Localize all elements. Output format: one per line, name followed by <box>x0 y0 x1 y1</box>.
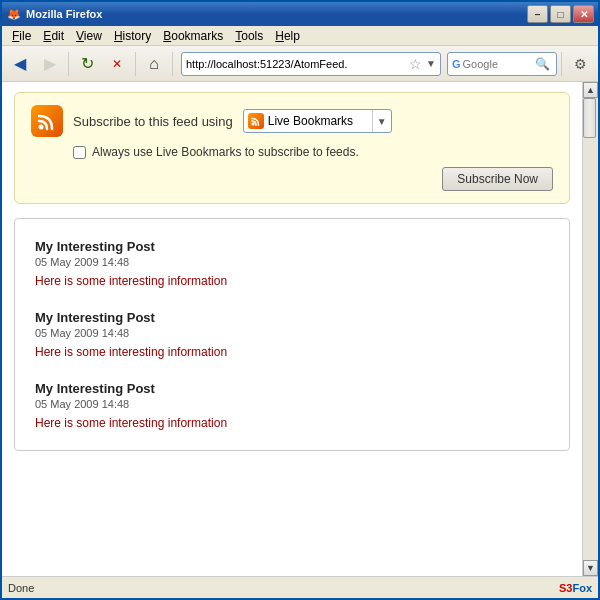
menu-view[interactable]: View <box>70 27 108 45</box>
search-bar: G 🔍 <box>447 52 557 76</box>
subscribe-top-row: Subscribe to this feed using Live Bookma… <box>31 105 553 137</box>
feed-box: My Interesting Post 05 May 2009 14:48 He… <box>14 218 570 451</box>
scrollbar: ▲ ▼ <box>582 82 598 576</box>
brand-badge: S3Fox <box>559 582 592 594</box>
always-use-checkbox[interactable] <box>73 146 86 159</box>
toolbar-separator-1 <box>68 52 69 76</box>
close-button[interactable]: ✕ <box>573 5 594 23</box>
browser-window: 🦊 Mozilla Firefox – □ ✕ File Edit View H… <box>0 0 600 600</box>
window-title: Mozilla Firefox <box>26 8 527 20</box>
dropdown-arrow-icon[interactable]: ▼ <box>426 58 436 69</box>
subscribe-label: Subscribe to this feed using <box>73 114 233 129</box>
title-bar: 🦊 Mozilla Firefox – □ ✕ <box>2 2 598 26</box>
menu-help[interactable]: Help <box>269 27 306 45</box>
feed-title-1: My Interesting Post <box>35 239 549 254</box>
google-logo: G <box>452 58 461 70</box>
menu-edit[interactable]: Edit <box>37 27 70 45</box>
forward-button[interactable]: ▶ <box>36 50 64 78</box>
feed-link-1[interactable]: Here is some interesting information <box>35 274 227 288</box>
scroll-up-button[interactable]: ▲ <box>583 82 598 98</box>
toolbar: ◀ ▶ ↻ ✕ ⌂ ☆ ▼ G 🔍 ⚙ <box>2 46 598 82</box>
status-bar: Done S3Fox <box>2 576 598 598</box>
browser-icon: 🦊 <box>6 6 22 22</box>
subscribe-now-button[interactable]: Subscribe Now <box>442 167 553 191</box>
minimize-button[interactable]: – <box>527 5 548 23</box>
dropdown-chevron-icon[interactable]: ▼ <box>372 110 387 132</box>
rss-svg <box>37 111 57 131</box>
brand-s: S3 <box>559 582 572 594</box>
address-bar: ☆ ▼ <box>181 52 441 76</box>
refresh-button[interactable]: ↻ <box>73 50 101 78</box>
toolbar-separator-3 <box>172 52 173 76</box>
menu-history[interactable]: History <box>108 27 157 45</box>
scroll-track[interactable] <box>583 98 598 560</box>
stop-button[interactable]: ✕ <box>103 50 131 78</box>
svg-point-1 <box>251 122 254 125</box>
feed-date-1: 05 May 2009 14:48 <box>35 256 549 268</box>
feed-title-2: My Interesting Post <box>35 310 549 325</box>
star-icon[interactable]: ☆ <box>409 56 422 72</box>
feed-link-3[interactable]: Here is some interesting information <box>35 416 227 430</box>
search-input[interactable] <box>463 58 533 70</box>
toolbar-separator-4 <box>561 52 562 76</box>
brand-fox: Fox <box>572 582 592 594</box>
svg-point-0 <box>39 125 44 130</box>
menu-file[interactable]: File <box>6 27 37 45</box>
address-input[interactable] <box>186 58 405 70</box>
toolbar-separator-2 <box>135 52 136 76</box>
feed-item-2: My Interesting Post 05 May 2009 14:48 He… <box>35 310 549 359</box>
feed-title-3: My Interesting Post <box>35 381 549 396</box>
checkbox-label: Always use Live Bookmarks to subscribe t… <box>92 145 359 159</box>
content-area: Subscribe to this feed using Live Bookma… <box>2 82 598 576</box>
subscribe-button-row: Subscribe Now <box>31 167 553 191</box>
menu-tools[interactable]: Tools <box>229 27 269 45</box>
scroll-down-button[interactable]: ▼ <box>583 560 598 576</box>
dropdown-rss-icon <box>248 113 264 129</box>
bookmark-dropdown[interactable]: Live Bookmarks ▼ <box>243 109 392 133</box>
menu-bar: File Edit View History Bookmarks Tools H… <box>2 26 598 46</box>
feed-item-1: My Interesting Post 05 May 2009 14:48 He… <box>35 239 549 288</box>
tools-gear-button[interactable]: ⚙ <box>566 50 594 78</box>
home-button[interactable]: ⌂ <box>140 50 168 78</box>
feed-item-3: My Interesting Post 05 May 2009 14:48 He… <box>35 381 549 430</box>
feed-link-2[interactable]: Here is some interesting information <box>35 345 227 359</box>
window-controls: – □ ✕ <box>527 5 594 23</box>
page-content: Subscribe to this feed using Live Bookma… <box>2 82 582 576</box>
feed-date-3: 05 May 2009 14:48 <box>35 398 549 410</box>
status-text: Done <box>8 582 559 594</box>
rss-icon <box>31 105 63 137</box>
checkbox-row: Always use Live Bookmarks to subscribe t… <box>73 145 553 159</box>
back-button[interactable]: ◀ <box>6 50 34 78</box>
subscribe-box: Subscribe to this feed using Live Bookma… <box>14 92 570 204</box>
menu-bookmarks[interactable]: Bookmarks <box>157 27 229 45</box>
search-submit-button[interactable]: 🔍 <box>535 57 550 71</box>
restore-button[interactable]: □ <box>550 5 571 23</box>
scroll-thumb[interactable] <box>583 98 596 138</box>
dropdown-selected-value: Live Bookmarks <box>268 114 368 128</box>
feed-date-2: 05 May 2009 14:48 <box>35 327 549 339</box>
